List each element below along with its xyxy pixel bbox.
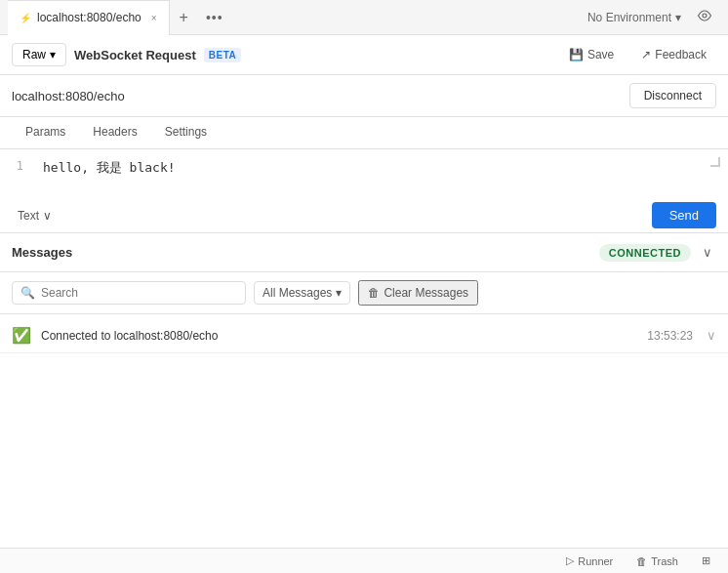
messages-section: Messages CONNECTED ∨ 🔍 All Messages ▾ 🗑 …	[0, 233, 728, 548]
trash-icon: 🗑	[368, 286, 380, 300]
message-list: ✅ Connected to localhost:8080/echo 13:53…	[0, 314, 728, 548]
trash-label: Trash	[651, 555, 678, 567]
search-input[interactable]	[41, 286, 237, 300]
line-number: 1	[0, 157, 35, 190]
raw-label: Raw	[22, 48, 46, 61]
table-row[interactable]: ✅ Connected to localhost:8080/echo 13:53…	[0, 318, 728, 353]
eye-button[interactable]	[689, 4, 720, 30]
save-icon: 💾	[569, 48, 584, 61]
url-display: localhost:8080/echo	[12, 89, 125, 103]
message-text: Connected to localhost:8080/echo	[41, 329, 637, 343]
runner-icon: ▷	[566, 554, 574, 567]
message-time: 13:53:23	[647, 329, 693, 343]
eye-icon	[697, 8, 712, 23]
save-button[interactable]: 💾 Save	[559, 44, 624, 65]
layout-button[interactable]: ⊞	[696, 553, 716, 569]
tab-bar: ⚡ localhost:8080/echo × + ••• No Environ…	[0, 0, 728, 35]
env-chevron-icon: ▾	[675, 11, 681, 24]
save-label: Save	[587, 48, 614, 61]
layout-icon: ⊞	[702, 554, 710, 567]
tab-close-icon[interactable]: ×	[151, 13, 157, 23]
toolbar: Raw ▾ WebSocket Request BETA 💾 Save ↗ Fe…	[0, 35, 728, 75]
clear-messages-label: Clear Messages	[384, 286, 468, 300]
trash-button[interactable]: 🗑 Trash	[630, 553, 684, 569]
url-bar: localhost:8080/echo Disconnect	[0, 75, 728, 117]
editor-code[interactable]: hello, 我是 black!	[35, 157, 728, 190]
runner-label: Runner	[578, 555, 613, 567]
connected-badge: CONNECTED	[599, 244, 691, 262]
messages-title: Messages	[12, 245, 72, 260]
new-tab-button[interactable]: +	[170, 9, 198, 26]
messages-header: Messages CONNECTED ∨	[0, 233, 728, 272]
raw-chevron-icon: ▾	[50, 48, 56, 61]
nav-tabs: Params Headers Settings	[0, 117, 728, 149]
tab-settings[interactable]: Settings	[151, 117, 221, 148]
all-messages-label: All Messages	[263, 286, 332, 300]
tab-params[interactable]: Params	[12, 117, 79, 148]
connected-status-icon: ✅	[12, 326, 31, 345]
search-box: 🔍	[12, 281, 246, 305]
feedback-arrow-icon: ↗	[641, 48, 651, 61]
feedback-label: Feedback	[655, 48, 707, 61]
feedback-button[interactable]: ↗ Feedback	[631, 44, 716, 65]
svg-point-0	[703, 14, 707, 18]
text-type-chevron-icon: ∨	[43, 209, 52, 223]
tab-headers[interactable]: Headers	[79, 117, 150, 148]
environment-label: No Environment	[587, 11, 671, 24]
ws-request-title: WebSocket Request	[74, 48, 196, 62]
runner-button[interactable]: ▷ Runner	[560, 553, 619, 569]
editor-area: 1 hello, 我是 black! Text ∨ Send	[0, 149, 728, 233]
tab-url-label: localhost:8080/echo	[37, 11, 142, 24]
search-icon: 🔍	[20, 286, 35, 300]
text-type-label: Text	[18, 209, 39, 223]
all-messages-filter[interactable]: All Messages ▾	[254, 281, 350, 305]
send-button[interactable]: Send	[652, 202, 716, 228]
text-type-selector[interactable]: Text ∨	[12, 206, 58, 225]
message-expand-icon[interactable]: ∨	[707, 328, 716, 343]
bottom-bar: ▷ Runner 🗑 Trash ⊞	[0, 548, 728, 573]
resize-handle-icon[interactable]	[710, 157, 720, 167]
raw-button[interactable]: Raw ▾	[12, 43, 66, 66]
messages-collapse-icon[interactable]: ∨	[699, 243, 716, 262]
trash-bottom-icon: 🗑	[636, 555, 647, 567]
disconnect-button[interactable]: Disconnect	[629, 83, 716, 108]
clear-messages-button[interactable]: 🗑 Clear Messages	[358, 280, 478, 306]
environment-selector[interactable]: No Environment ▾	[580, 7, 689, 28]
filter-bar: 🔍 All Messages ▾ 🗑 Clear Messages	[0, 272, 728, 314]
tab-more-button[interactable]: •••	[198, 10, 231, 25]
beta-badge: BETA	[204, 48, 241, 62]
active-tab[interactable]: ⚡ localhost:8080/echo ×	[8, 0, 170, 35]
tab-favicon-icon: ⚡	[20, 13, 31, 23]
all-messages-chevron-icon: ▾	[336, 286, 342, 300]
